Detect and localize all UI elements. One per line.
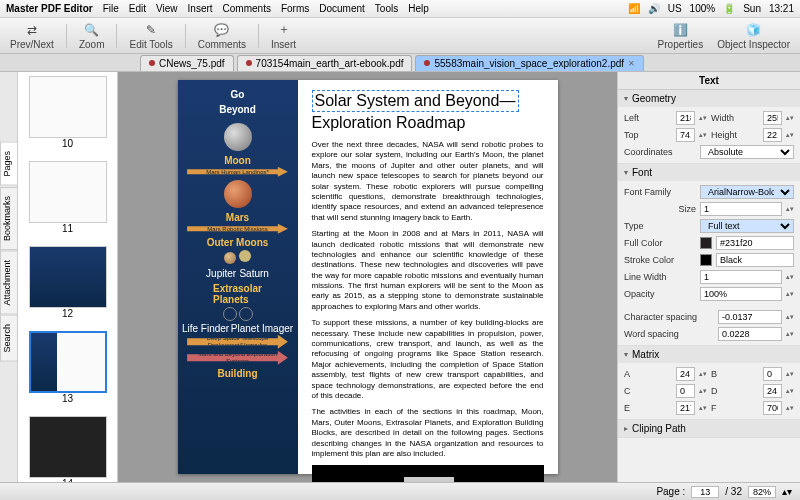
tab-vision[interactable]: 55583main_vision_space_exploration2.pdf✕ — [415, 55, 644, 71]
matrix-c-input[interactable] — [676, 384, 695, 398]
stepper-icon[interactable]: ▴▾ — [786, 371, 794, 377]
page-thumb[interactable] — [29, 246, 107, 308]
comments-button[interactable]: 💬Comments — [194, 20, 250, 52]
page-thumb-selected[interactable] — [29, 331, 107, 393]
object-inspector-button[interactable]: 🧊Object Inspector — [713, 20, 794, 52]
menu-edit[interactable]: Edit — [129, 3, 146, 14]
thumbnail-panel: 10 11 12 13 14 — [18, 72, 118, 482]
stroke-color-input[interactable] — [716, 253, 794, 267]
full-color-input[interactable] — [716, 236, 794, 250]
battery-pct: 100% — [690, 3, 716, 14]
life-finder-icon — [223, 307, 237, 321]
stepper-icon[interactable]: ▴▾ — [786, 331, 794, 337]
stepper-icon[interactable]: ▴▾ — [786, 206, 794, 212]
close-icon[interactable]: ✕ — [628, 59, 635, 68]
wifi-icon: 📶 — [628, 3, 640, 14]
sidetab-bookmarks[interactable]: Bookmarks — [0, 187, 17, 250]
menu-document[interactable]: Document — [319, 3, 365, 14]
matrix-a-input[interactable] — [676, 367, 695, 381]
geom-height-input[interactable] — [763, 128, 782, 142]
geom-top-input[interactable] — [676, 128, 695, 142]
page-number-input[interactable] — [691, 486, 719, 498]
document-tabs: CNews_75.pdf 703154main_earth_art-ebook.… — [0, 54, 800, 72]
stepper-icon[interactable]: ▴▾ — [786, 115, 794, 121]
inspector-icon: 🧊 — [746, 22, 762, 38]
page-thumb[interactable] — [29, 416, 107, 478]
properties-button[interactable]: ℹ️Properties — [654, 20, 708, 52]
stepper-icon[interactable]: ▴▾ — [699, 405, 707, 411]
page-thumb[interactable] — [29, 161, 107, 223]
stepper-icon[interactable]: ▴▾ — [699, 371, 707, 377]
opacity-input[interactable] — [700, 287, 782, 301]
arrows-icon: ⇄ — [24, 22, 40, 38]
page-left-column: GoBeyond Moon Mars Human Landings* Mars … — [178, 80, 298, 474]
page-label: Page : — [656, 486, 685, 497]
selected-text-title[interactable]: Solar System and Beyond— — [312, 90, 519, 112]
stepper-icon[interactable]: ▴▾ — [786, 291, 794, 297]
sidetab-pages[interactable]: Pages — [0, 142, 17, 186]
menu-view[interactable]: View — [156, 3, 178, 14]
stepper-icon[interactable]: ▴▾ — [782, 486, 792, 497]
stepper-icon[interactable]: ▴▾ — [786, 132, 794, 138]
stepper-icon[interactable]: ▴▾ — [699, 388, 707, 394]
properties-panel: Text Geometry Left▴▾Width▴▾ Top▴▾Height▴… — [617, 72, 800, 482]
tab-cnews[interactable]: CNews_75.pdf — [140, 55, 234, 71]
page-thumb[interactable] — [29, 76, 107, 138]
outer-moons-icon — [224, 250, 251, 266]
font-type-select[interactable]: Full text — [700, 219, 794, 233]
status-bar: Page : / 32 ▴▾ — [0, 482, 800, 500]
close-tab-icon[interactable] — [149, 60, 155, 66]
sidetab-attachment[interactable]: Attachment — [0, 251, 17, 315]
page-subtitle: Exploration Roadmap — [312, 114, 544, 132]
stepper-icon[interactable]: ▴▾ — [786, 388, 794, 394]
insert-button[interactable]: ＋Insert — [267, 20, 300, 52]
char-spacing-input[interactable] — [718, 310, 782, 324]
sidetab-search[interactable]: Search — [0, 315, 17, 362]
section-header[interactable]: Geometry — [618, 90, 800, 107]
stepper-icon[interactable]: ▴▾ — [786, 405, 794, 411]
stepper-icon[interactable]: ▴▾ — [786, 314, 794, 320]
menu-forms[interactable]: Forms — [281, 3, 309, 14]
color-swatch[interactable] — [700, 237, 712, 249]
menu-tools[interactable]: Tools — [375, 3, 398, 14]
battery-icon: 🔋 — [723, 3, 735, 14]
matrix-f-input[interactable] — [763, 401, 782, 415]
font-family-select[interactable]: ArialNarrow-Bold — [700, 185, 794, 199]
coordinates-select[interactable]: Absolute — [700, 145, 794, 159]
edit-tools-button[interactable]: ✎Edit Tools — [125, 20, 176, 52]
properties-title: Text — [618, 72, 800, 90]
close-tab-icon[interactable] — [246, 60, 252, 66]
menu-help[interactable]: Help — [408, 3, 429, 14]
insert-icon: ＋ — [276, 22, 292, 38]
prev-next-button[interactable]: ⇄Prev/Next — [6, 20, 58, 52]
matrix-d-input[interactable] — [763, 384, 782, 398]
color-swatch[interactable] — [700, 254, 712, 266]
geom-left-input[interactable] — [676, 111, 695, 125]
menu-comments[interactable]: Comments — [223, 3, 271, 14]
stepper-icon[interactable]: ▴▾ — [699, 115, 707, 121]
tab-earthart[interactable]: 703154main_earth_art-ebook.pdf — [237, 55, 413, 71]
line-width-input[interactable] — [700, 270, 782, 284]
close-tab-icon[interactable] — [424, 60, 430, 66]
font-size-input[interactable] — [700, 202, 782, 216]
page-canvas[interactable]: GoBeyond Moon Mars Human Landings* Mars … — [118, 72, 617, 482]
menu-insert[interactable]: Insert — [188, 3, 213, 14]
matrix-e-input[interactable] — [676, 401, 695, 415]
stepper-icon[interactable]: ▴▾ — [699, 132, 707, 138]
matrix-b-input[interactable] — [763, 367, 782, 381]
body-paragraph: Over the next three decades, NASA will s… — [312, 140, 544, 223]
clock-day: Sun — [743, 3, 761, 14]
zoom-button[interactable]: 🔍Zoom — [75, 20, 109, 52]
section-header[interactable]: Font — [618, 164, 800, 181]
geom-width-input[interactable] — [763, 111, 782, 125]
menu-file[interactable]: File — [103, 3, 119, 14]
keyboard-lang: US — [668, 3, 682, 14]
section-header[interactable]: Matrix — [618, 346, 800, 363]
body-paragraph: The activities in each of the sections i… — [312, 407, 544, 459]
zoom-input[interactable] — [748, 486, 776, 498]
section-header[interactable]: Cliping Path — [618, 420, 800, 437]
page-total: / 32 — [725, 486, 742, 497]
section-clipping-path: Cliping Path — [618, 420, 800, 438]
stepper-icon[interactable]: ▴▾ — [786, 274, 794, 280]
word-spacing-input[interactable] — [718, 327, 782, 341]
